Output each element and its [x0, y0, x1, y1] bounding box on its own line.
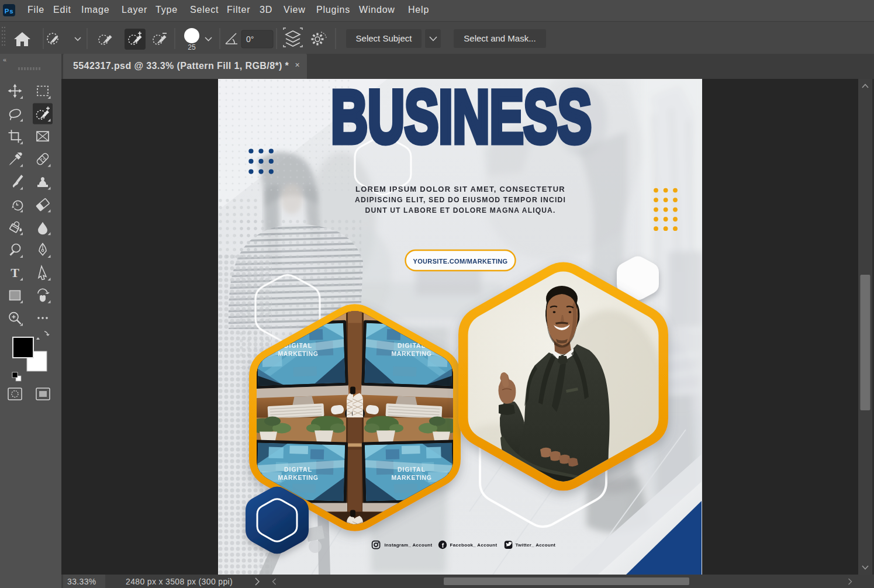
svg-text:T: T — [11, 265, 19, 280]
svg-text:BUSINESS: BUSINESS — [331, 79, 592, 158]
svg-text:ADIPISCING ELIT, SED DO EIUSMO: ADIPISCING ELIT, SED DO EIUSMOD TEMPOR I… — [355, 195, 566, 204]
svg-text:DIGITAL: DIGITAL — [284, 466, 312, 473]
svg-text:Ps: Ps — [5, 8, 14, 15]
svg-text:LOREM IPSUM DOLOR SIT AMET, CO: LOREM IPSUM DOLOR SIT AMET, CONSECTETUR — [355, 185, 565, 193]
svg-text:DUNT UT LABORE ET DOLORE MAGNA: DUNT UT LABORE ET DOLORE MAGNA ALIQUA. — [365, 206, 556, 215]
svg-text:Facebook_ Account: Facebook_ Account — [450, 542, 498, 548]
svg-text:f: f — [442, 542, 444, 549]
svg-text:«: « — [3, 56, 6, 63]
svg-text:MARKETING: MARKETING — [278, 474, 319, 481]
svg-text:MARKETING: MARKETING — [278, 350, 319, 357]
svg-text:Instagram_ Account: Instagram_ Account — [385, 542, 433, 548]
svg-text:Twitter_ Account: Twitter_ Account — [516, 542, 556, 548]
svg-text:MARKETING: MARKETING — [392, 474, 432, 481]
svg-text:MARKETING: MARKETING — [392, 350, 432, 357]
svg-text:25: 25 — [188, 43, 196, 51]
svg-text:DIGITAL: DIGITAL — [398, 466, 426, 473]
svg-text:YOURSITE.COM/MARKETING: YOURSITE.COM/MARKETING — [413, 258, 508, 265]
svg-text:0°: 0° — [246, 34, 254, 44]
